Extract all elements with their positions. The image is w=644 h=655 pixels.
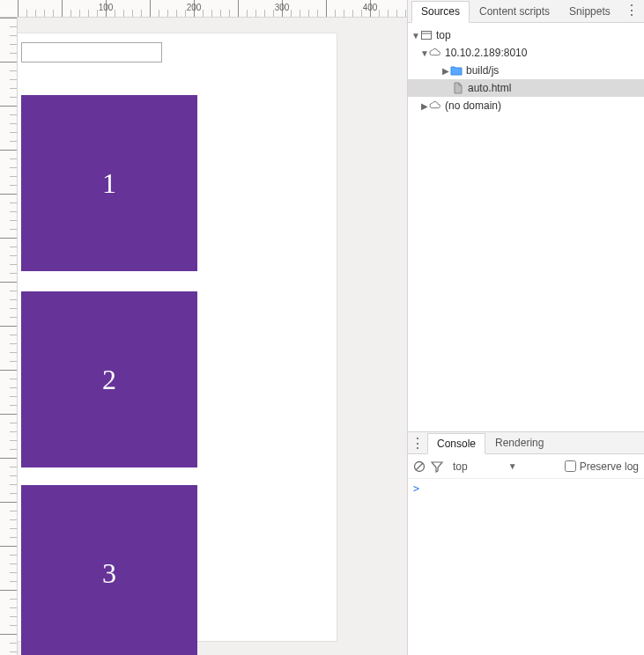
- tree-node-top[interactable]: ▼ top: [408, 26, 644, 44]
- tab-snippets[interactable]: Snippets: [559, 0, 620, 22]
- console-prompt: >: [413, 482, 419, 495]
- design-viewport: 100200300400 1 2 3: [0, 0, 407, 655]
- clear-icon[interactable]: [413, 460, 426, 473]
- page: 1 2 3: [18, 33, 337, 641]
- tree-node-domain[interactable]: ▼ 10.10.2.189:8010: [408, 44, 644, 62]
- canvas-area[interactable]: 1 2 3: [18, 18, 407, 655]
- folder-icon: [450, 64, 463, 77]
- preserve-log-label: Preserve log: [580, 460, 639, 473]
- node-label: top: [436, 29, 451, 41]
- more-icon[interactable]: ⋮: [625, 4, 639, 18]
- devtools-panel: Sources Content scripts Snippets ⋮ ▼ top…: [407, 0, 644, 655]
- block-1[interactable]: 1: [21, 95, 197, 271]
- chevron-down-icon: ▼: [411, 31, 420, 40]
- block-2[interactable]: 2: [21, 291, 197, 467]
- ruler-vertical: [0, 18, 18, 655]
- node-label: 10.10.2.189:8010: [445, 47, 527, 59]
- tab-label: Rendering: [495, 437, 544, 449]
- chevron-right-icon: ▶: [420, 101, 429, 111]
- preserve-log-toggle[interactable]: Preserve log: [565, 460, 639, 473]
- tab-console[interactable]: Console: [427, 433, 485, 454]
- filter-icon[interactable]: [431, 460, 443, 473]
- console-toolbar: top ▼ Preserve log: [408, 454, 644, 479]
- block-3-label: 3: [102, 557, 116, 590]
- block-1-label: 1: [102, 167, 116, 200]
- block-3[interactable]: 3: [21, 485, 197, 655]
- tree-node-folder[interactable]: ▶ build/js: [408, 62, 644, 79]
- preserve-log-checkbox[interactable]: [565, 460, 576, 472]
- block-2-label: 2: [102, 364, 116, 396]
- node-label: auto.html: [468, 82, 511, 94]
- file-tree[interactable]: ▼ top ▼ 10.10.2.189:8010 ▶ build/js: [408, 23, 644, 431]
- svg-rect-0: [422, 32, 432, 40]
- tab-label: Sources: [421, 5, 460, 18]
- context-selector[interactable]: top ▼: [448, 458, 522, 475]
- tab-rendering[interactable]: Rendering: [485, 432, 553, 453]
- tree-node-nodomain[interactable]: ▶ (no domain): [408, 97, 644, 114]
- chevron-down-icon: ▼: [508, 461, 517, 471]
- tab-label: Console: [437, 438, 476, 450]
- tab-sources[interactable]: Sources: [411, 1, 470, 23]
- node-label: build/js: [466, 64, 499, 77]
- tab-label: Snippets: [569, 5, 611, 18]
- text-input[interactable]: [21, 42, 162, 63]
- tree-node-file[interactable]: auto.html: [408, 79, 644, 97]
- cloud-icon: [429, 47, 441, 59]
- tab-content-scripts[interactable]: Content scripts: [470, 0, 559, 22]
- chevron-down-icon: ▼: [420, 48, 429, 58]
- tab-label: Content scripts: [479, 5, 550, 18]
- frame-icon: [420, 29, 433, 41]
- context-label: top: [453, 460, 468, 473]
- svg-line-3: [416, 463, 423, 470]
- console-tab-bar: ⋮ Console Rendering: [408, 431, 644, 454]
- node-label: (no domain): [445, 99, 501, 112]
- file-icon: [452, 82, 464, 94]
- ruler-horizontal: 100200300400: [0, 0, 407, 18]
- more-icon[interactable]: ⋮: [408, 435, 427, 452]
- sources-tab-bar: Sources Content scripts Snippets ⋮: [408, 0, 644, 23]
- cloud-icon: [429, 99, 441, 112]
- console-body[interactable]: >: [408, 479, 644, 655]
- chevron-right-icon: ▶: [441, 66, 450, 76]
